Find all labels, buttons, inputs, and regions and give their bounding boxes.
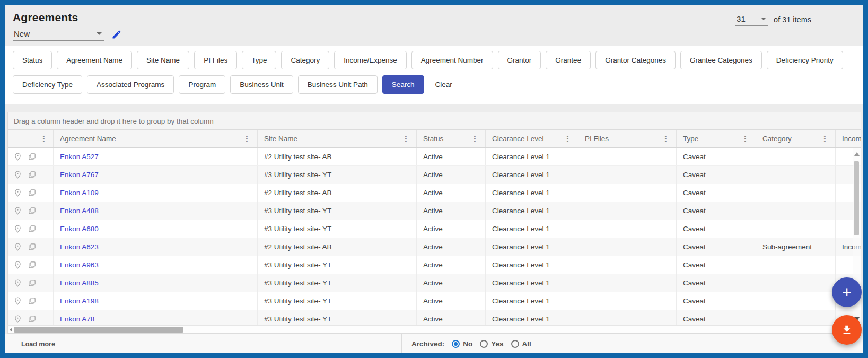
filter-chip[interactable]: Deficiency Type	[13, 75, 82, 94]
filter-chip[interactable]: Type	[242, 51, 276, 69]
page-size-select[interactable]: 31	[735, 13, 768, 26]
add-agreement-button[interactable]: +	[832, 277, 862, 307]
clear-button[interactable]: Clear	[429, 75, 459, 94]
archived-radio-yes[interactable]: Yes	[480, 340, 503, 348]
filter-chip[interactable]: Grantee	[546, 51, 591, 69]
filter-chip[interactable]: Agreement Name	[57, 51, 132, 69]
column-header-type[interactable]: Type⋮	[677, 130, 756, 147]
table-row: Enkon A78#3 Utility test site- YTActiveC…	[8, 310, 861, 325]
column-menu-icon[interactable]: ⋮	[242, 135, 252, 143]
vertical-scrollbar-thumb[interactable]	[854, 161, 859, 235]
agreement-link[interactable]: Enkon A109	[60, 189, 99, 197]
pi-cell	[578, 256, 677, 274]
filter-chip[interactable]: Associated Programs	[87, 75, 174, 94]
group-by-bar[interactable]: Drag a column header and drop it here to…	[8, 112, 861, 130]
agreement-link[interactable]: Enkon A680	[60, 225, 99, 233]
copy-icon[interactable]	[28, 152, 37, 161]
horizontal-scrollbar-thumb[interactable]	[14, 327, 183, 333]
filter-chip[interactable]: Income/Expense	[334, 51, 407, 69]
agreement-link[interactable]: Enkon A963	[60, 261, 99, 269]
location-pin-icon[interactable]	[13, 296, 22, 305]
horizontal-scrollbar[interactable]	[7, 325, 861, 334]
location-pin-icon[interactable]	[13, 315, 22, 324]
column-header-pi[interactable]: PI Files⋮	[578, 130, 677, 147]
column-menu-icon[interactable]: ⋮	[39, 135, 49, 143]
column-header-site[interactable]: Site Name⋮	[258, 130, 417, 147]
scroll-left-icon[interactable]	[10, 328, 12, 332]
column-menu-icon[interactable]: ⋮	[820, 135, 830, 143]
column-menu-icon[interactable]: ⋮	[740, 135, 750, 143]
agreement-link[interactable]: Enkon A767	[60, 171, 99, 179]
clearance-value: Clearance Level 1	[492, 297, 550, 305]
column-menu-icon[interactable]: ⋮	[401, 135, 411, 143]
agreement-link[interactable]: Enkon A78	[60, 315, 94, 323]
filter-chip[interactable]: Business Unit Path	[298, 75, 378, 94]
search-button[interactable]: Search	[382, 75, 424, 94]
agreement-link[interactable]: Enkon A623	[60, 243, 99, 251]
load-more-button[interactable]: Load more	[21, 340, 55, 348]
column-header-status[interactable]: Status⋮	[417, 130, 486, 147]
radio-icon[interactable]	[511, 340, 519, 348]
filter-chip[interactable]: Category	[281, 51, 329, 69]
status-value: Active	[423, 171, 443, 179]
status-value: Active	[423, 315, 443, 323]
site-value: #2 Utility test site- AB	[264, 153, 332, 161]
site-cell: #3 Utility test site- YT	[258, 220, 417, 238]
copy-icon[interactable]	[28, 260, 37, 269]
filter-chip[interactable]: Agreement Number	[411, 51, 493, 69]
filter-chip[interactable]: Deficiency Priority	[767, 51, 843, 69]
filter-chip[interactable]: Grantor	[498, 51, 541, 69]
column-menu-icon[interactable]: ⋮	[563, 135, 573, 143]
archived-radio-no[interactable]: No	[452, 340, 472, 348]
scroll-up-icon[interactable]	[854, 152, 860, 156]
archived-radio-all[interactable]: All	[511, 340, 531, 348]
filter-chip[interactable]: Status	[13, 51, 52, 69]
copy-icon[interactable]	[28, 296, 37, 305]
location-pin-icon[interactable]	[13, 278, 22, 287]
filter-chip[interactable]: PI Files	[194, 51, 237, 69]
location-pin-icon[interactable]	[13, 188, 22, 197]
agreement-link[interactable]: Enkon A527	[60, 153, 99, 161]
export-download-button[interactable]	[832, 315, 862, 345]
copy-icon[interactable]	[28, 170, 37, 179]
filter-chip[interactable]: Grantor Categories	[595, 51, 676, 69]
table-row: Enkon A680#3 Utility test site- YTActive…	[8, 220, 861, 238]
copy-icon[interactable]	[28, 224, 37, 233]
radio-icon[interactable]	[480, 340, 488, 348]
location-pin-icon[interactable]	[13, 152, 22, 161]
copy-icon[interactable]	[28, 315, 37, 324]
radio-icon[interactable]	[452, 340, 460, 348]
location-pin-icon[interactable]	[13, 206, 22, 215]
column-header-actions[interactable]: ⋮	[8, 130, 54, 147]
copy-icon[interactable]	[28, 242, 37, 251]
location-pin-icon[interactable]	[13, 224, 22, 233]
column-header-category[interactable]: Category⋮	[756, 130, 836, 147]
copy-icon[interactable]	[28, 206, 37, 215]
filter-chip[interactable]: Site Name	[137, 51, 189, 69]
copy-icon[interactable]	[28, 278, 37, 287]
location-pin-icon[interactable]	[13, 260, 22, 269]
column-header-clearance[interactable]: Clearance Level⋮	[486, 130, 578, 147]
location-pin-icon[interactable]	[13, 242, 22, 251]
clearance-cell: Clearance Level 1	[486, 292, 578, 310]
filter-chip[interactable]: Grantee Categories	[680, 51, 762, 69]
edit-view-icon[interactable]	[111, 29, 122, 40]
site-cell: #3 Utility test site- YT	[258, 310, 417, 325]
clearance-cell: Clearance Level 1	[486, 256, 578, 274]
copy-icon[interactable]	[28, 188, 37, 197]
location-pin-icon[interactable]	[13, 170, 22, 179]
view-select[interactable]: New	[13, 28, 104, 41]
agreement-link[interactable]: Enkon A885	[60, 279, 99, 287]
footer-left: Load more	[5, 334, 402, 353]
column-menu-icon[interactable]: ⋮	[470, 135, 480, 143]
archived-filter: Archived: NoYesAll	[402, 340, 531, 348]
agreement-cell: Enkon A767	[54, 166, 258, 184]
pi-cell	[578, 184, 677, 202]
agreement-link[interactable]: Enkon A198	[60, 297, 99, 305]
filter-chip[interactable]: Program	[179, 75, 225, 94]
column-header-agreement[interactable]: Agreement Name⋮	[54, 130, 258, 147]
agreement-link[interactable]: Enkon A488	[60, 207, 99, 215]
column-header-income[interactable]: Income/Expense	[836, 130, 861, 147]
filter-chip[interactable]: Business Unit	[230, 75, 293, 94]
column-menu-icon[interactable]: ⋮	[661, 135, 671, 143]
